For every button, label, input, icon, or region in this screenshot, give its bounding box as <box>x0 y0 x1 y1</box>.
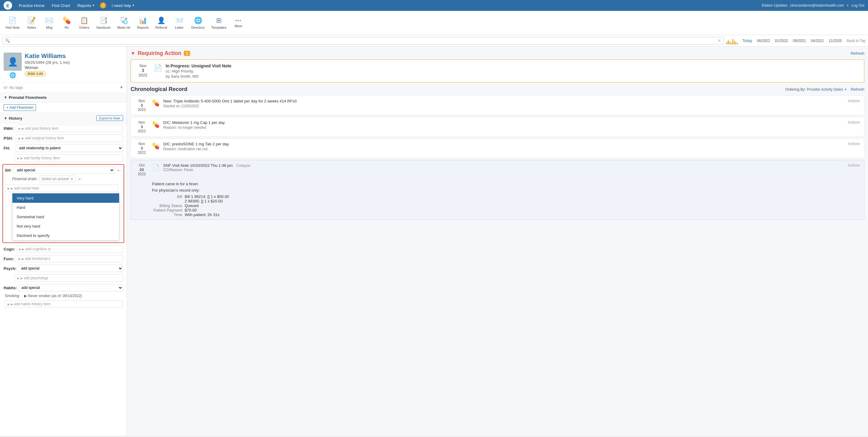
habits-input[interactable]: ▶ add habits history item <box>5 301 123 308</box>
timeline-today[interactable]: Today <box>743 39 752 43</box>
habits-label: Habits: <box>4 286 17 290</box>
action-card-0[interactable]: Nov 3 2022 📄 In Progress: Unsigned Visit… <box>130 60 864 83</box>
option-somewhat-hard[interactable]: Somewhat hard <box>12 212 119 221</box>
func-input[interactable]: ▶ add functional s <box>16 255 123 262</box>
smoking-value[interactable]: ▶ Never smoker (as of: 09/14/2022) <box>24 294 82 298</box>
toolbar-visit-note[interactable]: 📄 Visit Note <box>2 15 23 31</box>
left-sidebar: 👤 🌐 Katie Williams 09/25/1994 (28 yrs, 1… <box>0 46 127 436</box>
prenatal-section-label: Prenatal Flowsheets <box>9 95 47 100</box>
record-actions-0[interactable]: Actions <box>848 99 860 103</box>
sh-special-dropdown[interactable]: add special <box>13 166 115 174</box>
psh-input[interactable]: ▶ add surgical history item <box>16 134 123 142</box>
search-clear-icon[interactable]: ✕ <box>718 38 721 43</box>
option-hard[interactable]: Hard <box>12 203 119 212</box>
option-not-very-hard[interactable]: Not very hard <box>12 221 119 231</box>
meds-hx-icon: 🩺 <box>120 17 128 25</box>
toolbar-templates[interactable]: ⊞ Templates <box>208 15 229 31</box>
export-to-note-button[interactable]: Export to Note <box>96 116 123 121</box>
timeline-date-5[interactable]: 11/2020 <box>829 39 842 43</box>
tags-row: 🏷 No tags + <box>0 83 127 93</box>
record-actions-2[interactable]: Actions <box>848 142 860 146</box>
handouts-icon: 📑 <box>99 17 107 25</box>
cogn-row: Cogn: ▶ add cognitive st <box>0 244 127 254</box>
fh-row: FH: add relationship to patient <box>0 143 127 153</box>
nav-practice-home[interactable]: Practice Home <box>16 2 48 9</box>
cogn-input[interactable]: ▶ add cognitive st <box>16 245 123 253</box>
history-section[interactable]: ▼History Export to Note <box>0 113 127 124</box>
timeline-date-3[interactable]: 09/2021 <box>793 39 806 43</box>
financial-red-arrow: ← <box>78 176 83 182</box>
elation-logo[interactable]: E <box>4 1 12 10</box>
globe-icon[interactable]: 🌐 <box>9 72 16 79</box>
habits-special-dropdown[interactable]: add special <box>18 284 123 291</box>
logout-button[interactable]: Log Out <box>851 3 864 7</box>
user-email[interactable]: cliniciandemo@elationhealth.com <box>790 3 844 7</box>
habits-row: Habits: add special <box>0 283 127 292</box>
func-row: Func: ▶ add functional s <box>0 254 127 263</box>
toolbar-meds-hx[interactable]: 🩺 Meds Hx <box>114 15 133 31</box>
pmh-label: PMH: <box>4 126 14 131</box>
financial-strain-label: Financial strain: <box>12 177 37 181</box>
timeline-date-1[interactable]: 06/2022 <box>757 39 770 43</box>
psych-input[interactable]: ▶ add psychologi <box>14 274 123 282</box>
sh-social-input-row: ▶ add social histo <box>5 183 122 193</box>
pmh-input[interactable]: ▶ add past history item <box>16 125 123 132</box>
toolbar-orders[interactable]: 📋 Orders <box>76 15 93 31</box>
toolbar-reports-label: Reports <box>137 26 149 29</box>
option-declined[interactable]: Declined to specify <box>12 231 119 240</box>
nav-find-chart[interactable]: Find Chart <box>49 2 73 9</box>
tag-icon: 🏷 <box>4 85 7 90</box>
timeline-bar-3 <box>729 41 730 44</box>
toolbar-letter[interactable]: 📨 Letter <box>171 15 188 31</box>
msg-icon: ✉️ <box>45 17 53 25</box>
snf-actions[interactable]: Actions <box>848 163 860 167</box>
psych-special-dropdown[interactable]: add special <box>18 265 123 272</box>
toolbar-notes[interactable]: 📝 Notes <box>23 15 40 31</box>
billing-row-1: Bill Bill 1 99214: [] 1 x $50.00 <box>152 194 860 199</box>
toolbar-rx-label: Rx <box>65 26 69 29</box>
pill-off-icon-1: 💊 <box>152 121 160 128</box>
toolbar-directory[interactable]: 🌐 Directory <box>188 15 208 31</box>
financial-strain-row: Financial strain: Select an answer ▼ ← <box>5 175 122 183</box>
billing-status-row: Billing Status Queued <box>152 204 860 208</box>
psych-input-row: ▶ add psychologi <box>0 273 127 283</box>
fh-history-input[interactable]: ▶ add family history item <box>14 154 123 162</box>
record-actions-1[interactable]: Actions <box>848 120 860 125</box>
back-to-top-button[interactable]: Back to Top <box>847 39 866 43</box>
fh-relationship-dropdown[interactable]: add relationship to patient <box>16 144 123 152</box>
search-input[interactable] <box>11 38 718 43</box>
record-year-2: 2022 <box>135 151 148 155</box>
smoking-label: Smoking: <box>5 294 23 298</box>
pill-off-icon-2: 💊 <box>152 142 160 150</box>
ra-chevron-icon[interactable]: ▼ <box>130 51 135 56</box>
ordering-link[interactable]: Provider Activity Dates <box>807 87 843 92</box>
toolbar-msg-label: Msg <box>46 26 52 29</box>
timeline-date-4[interactable]: 04/2021 <box>811 39 824 43</box>
toolbar-more[interactable]: ••• More <box>230 16 247 30</box>
record-content-0: New: Triple Antibiotic 5-400-5000 Oint 1… <box>163 99 844 108</box>
option-very-hard[interactable]: Very hard <box>12 193 119 203</box>
timeline-date-2[interactable]: 01/2022 <box>775 39 788 43</box>
toolbar-referral[interactable]: 👤 Referral <box>152 15 170 31</box>
pmh-row: PMH: ▶ add past history item <box>0 124 127 133</box>
more-icon: ••• <box>236 18 242 23</box>
add-flowsheet-button[interactable]: + Add Flowsheet <box>4 104 36 111</box>
add-tag-button[interactable]: + <box>120 84 123 91</box>
nav-reports[interactable]: Reports ▼ <box>74 2 98 9</box>
toolbar-rx[interactable]: 💊 Rx <box>58 15 75 31</box>
elation-updates-link[interactable]: Elation Updates <box>762 3 787 7</box>
nav-i-need-help[interactable]: I need help ▼ <box>108 2 137 9</box>
action-sub1: cc: High Priority. <box>166 69 859 73</box>
financial-strain-select[interactable]: Select an answer ▼ <box>39 176 75 182</box>
chron-refresh-button[interactable]: Refresh <box>850 87 864 92</box>
sh-social-input[interactable]: ▶ add social histo <box>5 185 118 192</box>
requiring-action-badge: 1 <box>184 51 190 56</box>
patient-header: 👤 🌐 Katie Williams 09/25/1994 (28 yrs, 1… <box>0 50 127 83</box>
snf-collapse-link[interactable]: Collapse <box>236 163 251 168</box>
prenatal-flowsheets-section[interactable]: ▼Prenatal Flowsheets <box>0 93 127 102</box>
toolbar-reports[interactable]: 📊 Reports <box>134 15 152 31</box>
requiring-action-refresh[interactable]: Refresh <box>850 51 864 56</box>
action-date: Nov 3 2022 <box>136 63 150 77</box>
toolbar-handouts[interactable]: 📑 Handouts <box>93 15 114 31</box>
toolbar-msg[interactable]: ✉️ Msg <box>41 15 58 31</box>
